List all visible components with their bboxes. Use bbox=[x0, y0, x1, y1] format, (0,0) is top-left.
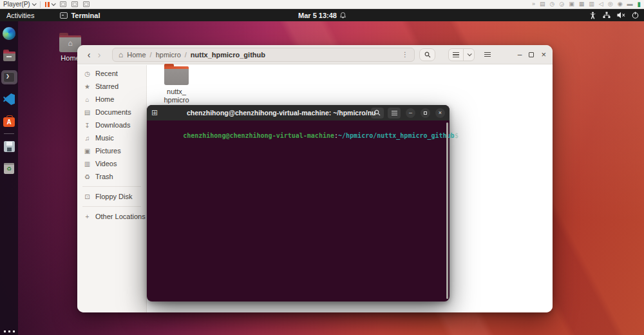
sidebar-item-home[interactable]: ⌂ Home bbox=[77, 93, 146, 106]
forward-button[interactable]: › bbox=[94, 50, 104, 59]
suspend-options-chevron-icon[interactable] bbox=[51, 1, 55, 6]
webcam-icon[interactable]: ◉ bbox=[618, 1, 623, 7]
hamburger-icon bbox=[392, 111, 397, 115]
chevron-down-icon bbox=[467, 52, 471, 56]
optical-drive-icon[interactable]: ◷ bbox=[550, 1, 555, 7]
sidebar-item-videos[interactable]: ▥ Videos bbox=[77, 157, 146, 170]
terminal-viewport[interactable]: chenzhihong@chenzhihong-virtual-machine:… bbox=[147, 120, 450, 302]
files-icon bbox=[3, 52, 15, 61]
system-status-area[interactable] bbox=[589, 12, 639, 19]
send-ctrl-alt-del-button[interactable] bbox=[60, 1, 66, 7]
suspend-vm-button[interactable] bbox=[45, 2, 50, 7]
breadcrumb-home[interactable]: Home bbox=[127, 51, 146, 59]
sidebar-item-documents[interactable]: ▤ Documents bbox=[77, 106, 146, 119]
optical-drive-2-icon[interactable]: ◶ bbox=[559, 1, 564, 7]
fullscreen-button[interactable] bbox=[71, 1, 78, 7]
sidebar-item-label: Home bbox=[95, 95, 114, 103]
dock-item-edge[interactable] bbox=[1, 26, 17, 41]
terminal-close-button[interactable]: × bbox=[435, 108, 445, 118]
folder-label: nuttx_ hpmicro bbox=[158, 88, 195, 104]
view-toggle-split-button bbox=[448, 48, 475, 61]
usb-device-icon[interactable]: ▬ bbox=[627, 1, 632, 7]
snapshot-icon[interactable]: ▣ bbox=[569, 1, 574, 7]
minimize-button[interactable]: – bbox=[518, 51, 522, 59]
files-window-controls: – × bbox=[518, 50, 546, 59]
clock-menu[interactable]: Mar 5 13:48 bbox=[298, 12, 346, 19]
printer-icon[interactable]: ▥ bbox=[589, 1, 594, 7]
virtual-display-icon[interactable]: ▮ bbox=[637, 1, 641, 8]
files-headerbar: ‹ › ⌂ Home / hpmicro / nuttx_hpmicro_git… bbox=[77, 45, 553, 64]
sidebar-item-label: Downloads bbox=[95, 121, 130, 129]
sidebar-item-label: Recent bbox=[95, 70, 118, 77]
terminal-menu-button[interactable] bbox=[388, 108, 401, 119]
sidebar-item-trash[interactable]: ♻ Trash bbox=[77, 170, 146, 183]
dock-item-ubuntu-software[interactable] bbox=[1, 114, 17, 128]
power-icon bbox=[632, 12, 639, 19]
edge-icon bbox=[3, 27, 15, 40]
sidebar-item-label: Trash bbox=[95, 173, 113, 180]
breadcrumb-separator: / bbox=[150, 51, 152, 59]
sidebar-item-label: Pictures bbox=[95, 147, 121, 155]
breadcrumb-current-folder[interactable]: nuttx_hpmicro_github bbox=[191, 51, 265, 59]
search-button[interactable] bbox=[419, 48, 435, 61]
sidebar-item-other-locations[interactable]: + Other Locations bbox=[77, 210, 146, 223]
desktop[interactable]: ⌂ Home ‹ › ⌂ Home / hpmicro / nuttx_hpmi… bbox=[0, 21, 644, 335]
sound-card-icon[interactable]: ◁ bbox=[599, 1, 603, 7]
toolbar-divider bbox=[40, 1, 41, 8]
back-button[interactable]: ‹ bbox=[84, 50, 94, 59]
video-icon: ▥ bbox=[84, 160, 91, 168]
network-icon bbox=[603, 12, 611, 19]
prompt-user-host: chenzhihong@chenzhihong-virtual-machine bbox=[183, 132, 334, 139]
ubuntu-top-bar: Activities Terminal Mar 5 13:48 bbox=[0, 9, 644, 21]
accessibility-icon bbox=[589, 12, 596, 19]
terminal-window: ⊞ chenzhihong@chenzhihong-virtual-machin… bbox=[147, 105, 450, 302]
terminal-titlebar[interactable]: ⊞ chenzhihong@chenzhihong-virtual-machin… bbox=[147, 105, 450, 120]
volume-muted-icon bbox=[617, 12, 625, 19]
sidebar-item-music[interactable]: ♫ Music bbox=[77, 131, 146, 144]
dock-item-trash[interactable] bbox=[1, 161, 17, 175]
sidebar-item-label: Floppy Disk bbox=[95, 193, 132, 200]
breadcrumb-kebab-icon[interactable]: ⋮ bbox=[402, 51, 408, 58]
collapse-toolbar-icon[interactable]: » bbox=[532, 1, 535, 7]
hard-disk-icon[interactable]: ▤ bbox=[540, 1, 545, 7]
terminal-scrollbar[interactable] bbox=[446, 122, 448, 299]
close-button[interactable]: × bbox=[541, 50, 546, 59]
usb-controller-icon[interactable]: ◎ bbox=[608, 1, 613, 7]
floppy-icon: ⊡ bbox=[84, 193, 91, 200]
new-tab-icon[interactable]: ⊞ bbox=[151, 109, 158, 117]
folder-item-nuttx-hpmicro[interactable]: nuttx_ hpmicro bbox=[158, 66, 195, 104]
vscode-icon bbox=[3, 93, 15, 105]
list-view-button[interactable] bbox=[449, 49, 463, 61]
breadcrumb-hpmicro[interactable]: hpmicro bbox=[156, 51, 181, 59]
network-adapter-icon[interactable]: ▦ bbox=[579, 1, 585, 7]
show-applications-button[interactable] bbox=[4, 330, 15, 332]
dock-item-terminal[interactable] bbox=[1, 70, 17, 84]
player-menu[interactable]: Player(P) bbox=[3, 1, 35, 8]
ubuntu-software-icon bbox=[3, 117, 15, 127]
download-icon: ↧ bbox=[84, 122, 91, 129]
sidebar-item-downloads[interactable]: ↧ Downloads bbox=[77, 119, 146, 131]
terminal-maximize-button[interactable] bbox=[421, 108, 430, 118]
files-menu-button[interactable] bbox=[480, 48, 495, 61]
search-icon bbox=[424, 52, 431, 58]
view-options-button[interactable] bbox=[463, 49, 474, 61]
dock-item-vscode[interactable] bbox=[1, 92, 17, 106]
focused-app-menu[interactable]: Terminal bbox=[60, 12, 100, 19]
dock-item-floppy-disk[interactable] bbox=[1, 139, 17, 153]
unity-mode-button[interactable] bbox=[83, 1, 90, 7]
floppy-disk-icon bbox=[4, 141, 15, 152]
maximize-button[interactable] bbox=[529, 52, 534, 57]
terminal-minimize-button[interactable]: – bbox=[406, 108, 415, 118]
prompt-dollar: $ bbox=[455, 132, 459, 139]
chevron-down-icon bbox=[32, 1, 36, 6]
sidebar-item-pictures[interactable]: ▣ Pictures bbox=[77, 144, 146, 157]
sidebar-item-starred[interactable]: ★ Starred bbox=[77, 80, 146, 93]
vm-device-status-icons: » ▤ ◷ ◶ ▣ ▦ ▥ ◁ ◎ ◉ ▬ ▮ bbox=[532, 1, 641, 8]
sidebar-separator bbox=[82, 186, 141, 187]
dock-item-files[interactable] bbox=[1, 48, 17, 62]
activities-button[interactable]: Activities bbox=[6, 12, 34, 19]
maximize-icon bbox=[424, 111, 427, 115]
sidebar-item-recent[interactable]: ◷ Recent bbox=[77, 67, 146, 80]
sidebar-item-floppy-disk[interactable]: ⊡ Floppy Disk bbox=[77, 190, 146, 203]
terminal-app-icon bbox=[60, 12, 68, 19]
